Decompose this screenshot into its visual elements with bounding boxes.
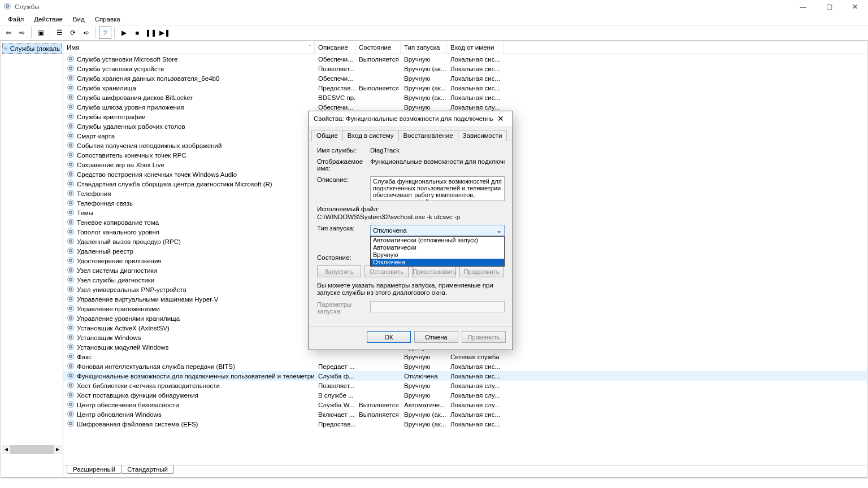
svg-point-10 — [68, 85, 74, 91]
tree-hscroll[interactable]: ◂▸ — [2, 445, 62, 454]
help-button[interactable]: ? — [99, 27, 111, 39]
svg-point-36 — [68, 210, 74, 216]
gear-icon — [67, 295, 75, 304]
service-row[interactable]: Фоновая интеллектуальная служба передачи… — [63, 361, 867, 371]
col-desc[interactable]: Описание — [315, 41, 355, 54]
svg-point-32 — [68, 190, 74, 197]
service-row[interactable]: Служба хранилищаПредостав...ВыполняетсяВ… — [63, 83, 867, 93]
tab-general[interactable]: Общие — [311, 130, 343, 141]
service-row[interactable]: Шифрованная файловая система (EFS)Предос… — [63, 419, 867, 429]
menu-help[interactable]: Справка — [90, 15, 125, 24]
svg-point-28 — [68, 171, 74, 177]
col-logon[interactable]: Вход от имени — [447, 41, 504, 54]
svg-point-40 — [68, 229, 74, 235]
start-params-input[interactable] — [370, 301, 505, 312]
gear-icon — [67, 103, 75, 112]
apply-button[interactable]: Применить — [462, 331, 506, 343]
svg-point-78 — [68, 411, 74, 417]
refresh-button[interactable]: ⟳ — [67, 27, 79, 39]
gear-icon — [67, 381, 75, 390]
service-row[interactable]: Служба шифрования дисков BitLockerBDESVC… — [63, 93, 867, 102]
service-row[interactable]: Центр обеспечения безопасностиСлужба W..… — [63, 400, 867, 409]
svg-point-81 — [70, 422, 72, 425]
tree-pane: Службы (локаль ◂▸ — [1, 41, 63, 477]
col-state[interactable]: Состояние — [355, 41, 401, 54]
close-button[interactable]: ✕ — [842, 0, 868, 14]
val-display-name: Функциональные возможности для подключен… — [370, 158, 505, 172]
start-service-button[interactable]: Запустить — [317, 265, 361, 277]
tree-node-services[interactable]: Службы (локаль — [2, 43, 62, 54]
service-row[interactable]: ФаксВручнуюСетевая служба — [63, 352, 867, 361]
svg-point-50 — [68, 277, 74, 283]
forward-button[interactable]: ⇨ — [16, 27, 28, 39]
cancel-button[interactable]: Отмена — [414, 331, 458, 343]
properties-button[interactable]: ☰ — [53, 27, 66, 39]
startup-type-dropdown[interactable]: Автоматически (отложенный запуск) Автома… — [370, 236, 505, 267]
maximize-button[interactable]: ▢ — [816, 0, 842, 14]
service-row[interactable]: Служба хранения данных пользователя_6e4b… — [63, 73, 867, 83]
col-name[interactable]: Имяˆ — [63, 41, 315, 54]
svg-point-35 — [70, 202, 72, 204]
dialog-close-icon[interactable]: ✕ — [493, 114, 508, 123]
val-description[interactable]: Служба функциональных возможностей для п… — [370, 176, 505, 201]
gear-icon — [67, 218, 75, 227]
svg-point-46 — [68, 258, 74, 264]
stop-service-button[interactable]: Остановить — [364, 265, 409, 277]
gear-icon — [67, 141, 75, 150]
service-row[interactable]: Служба установки устройствПозволяет...Вр… — [63, 64, 867, 73]
export-button[interactable]: ➪ — [80, 27, 93, 39]
svg-point-62 — [68, 334, 74, 341]
gear-icon — [67, 93, 75, 102]
svg-point-52 — [68, 286, 74, 293]
menu-action[interactable]: Действие — [29, 15, 67, 24]
opt-auto-delayed[interactable]: Автоматически (отложенный запуск) — [371, 237, 504, 244]
resume-service-button[interactable]: Продолжить — [459, 265, 504, 277]
service-row[interactable]: Функциональные возможности для подключен… — [63, 371, 867, 381]
svg-point-2 — [5, 47, 7, 50]
svg-point-20 — [68, 133, 74, 139]
gear-icon — [67, 410, 75, 419]
stop-icon[interactable]: ■ — [131, 27, 144, 39]
statusbar — [0, 478, 868, 488]
gear-icon — [67, 266, 75, 275]
pause-icon[interactable]: ❚❚ — [145, 27, 157, 39]
opt-disabled[interactable]: Отключена — [371, 259, 504, 266]
back-button[interactable]: ⇦ — [2, 27, 15, 39]
svg-point-48 — [68, 267, 74, 273]
show-hide-tree-button[interactable]: ▣ — [34, 27, 47, 39]
gear-icon — [67, 122, 75, 131]
play-icon[interactable]: ▶ — [118, 27, 130, 39]
opt-auto[interactable]: Автоматически — [371, 244, 504, 251]
service-row[interactable]: Хост библиотеки счетчика производительно… — [63, 381, 867, 390]
startup-type-combo[interactable]: Отключена⌄ Автоматически (отложенный зап… — [370, 225, 505, 236]
tab-extended[interactable]: Расширенный — [67, 465, 121, 474]
gear-icon — [67, 352, 75, 361]
svg-point-34 — [68, 200, 74, 206]
opt-manual[interactable]: Вручную — [371, 251, 504, 259]
tab-recovery[interactable]: Восстановление — [398, 130, 458, 141]
svg-point-57 — [70, 307, 72, 310]
gear-icon — [67, 55, 75, 64]
service-row[interactable]: Служба установки Microsoft StoreОбеспечи… — [63, 54, 867, 64]
svg-point-15 — [70, 106, 72, 108]
tab-logon[interactable]: Вход в систему — [342, 130, 399, 141]
service-row[interactable]: Хост поставщика функции обнаруженияВ слу… — [63, 390, 867, 400]
menu-view[interactable]: Вид — [68, 15, 89, 24]
lbl-display-name: Отображаемое имя: — [317, 158, 370, 172]
ok-button[interactable]: ОК — [367, 331, 411, 343]
svg-point-22 — [68, 142, 74, 149]
col-start[interactable]: Тип запуска — [401, 41, 447, 54]
minimize-button[interactable]: — — [790, 0, 816, 14]
gear-icon — [67, 343, 75, 352]
tab-standard[interactable]: Стандартный — [121, 465, 174, 474]
val-executable: C:\WINDOWS\System32\svchost.exe -k utcsv… — [317, 213, 505, 220]
svg-point-72 — [68, 382, 74, 389]
svg-point-41 — [70, 230, 72, 233]
service-row[interactable]: Центр обновления WindowsВключает ...Выпо… — [63, 409, 867, 419]
menu-file[interactable]: Файл — [3, 15, 28, 24]
svg-point-53 — [70, 288, 72, 290]
pause-service-button[interactable]: Приостановить — [412, 265, 456, 277]
gear-icon — [67, 256, 75, 265]
restart-icon[interactable]: ▶❚ — [158, 27, 171, 39]
tab-dependencies[interactable]: Зависимости — [458, 130, 507, 141]
